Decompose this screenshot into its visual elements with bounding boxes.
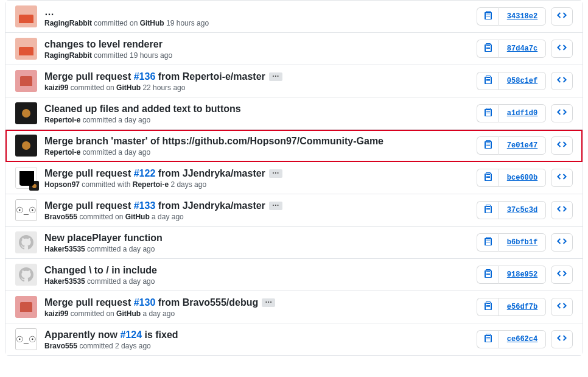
browse-repo-button[interactable] xyxy=(551,266,573,284)
avatar[interactable] xyxy=(15,328,37,350)
issue-link[interactable]: #136 xyxy=(134,71,156,82)
commit-sha-link[interactable]: 058c1ef xyxy=(499,72,546,90)
commit-sha-link[interactable]: 918e952 xyxy=(499,266,546,284)
author-link[interactable]: RagingRabbit xyxy=(44,51,92,60)
commit-sha-link[interactable]: e56df7b xyxy=(499,298,546,316)
issue-link[interactable]: #130 xyxy=(134,297,156,308)
author-link[interactable]: Repertoi-e xyxy=(44,116,80,124)
author-link[interactable]: Bravo555 xyxy=(44,213,77,221)
expand-message-button[interactable] xyxy=(269,202,282,210)
expand-message-button[interactable] xyxy=(269,72,282,81)
avatar[interactable] xyxy=(15,70,37,92)
commit-time: a day ago xyxy=(123,277,155,286)
clipboard-icon xyxy=(483,10,493,23)
avatar[interactable] xyxy=(15,199,37,221)
issue-link[interactable]: #122 xyxy=(134,168,156,178)
commit-sha-link[interactable]: 7e01e47 xyxy=(499,136,546,155)
commit-meta: kaizi99 committed on GitHub 22 hours ago xyxy=(44,83,477,92)
committer-avatar-badge xyxy=(29,181,39,191)
expand-message-button[interactable] xyxy=(269,169,282,178)
browse-repo-button[interactable] xyxy=(551,7,573,26)
commit-link[interactable]: Cleaned up files and added text to butto… xyxy=(44,104,241,115)
author-link[interactable]: kaizi99 xyxy=(44,309,68,318)
copy-sha-button[interactable] xyxy=(477,266,499,284)
clipboard-icon xyxy=(483,301,493,313)
commit-item: Cleaned up files and added text to butto… xyxy=(5,97,583,130)
commit-link[interactable]: Merge branch 'master' of https://github.… xyxy=(44,136,383,147)
meta-text: committed xyxy=(85,245,123,253)
commit-info: Merge branch 'master' of https://github.… xyxy=(44,135,477,157)
commit-link[interactable]: changes to level renderer xyxy=(44,39,163,50)
commit-sha-link[interactable]: 37c5c3d xyxy=(499,201,546,219)
commit-link[interactable]: Merge pull request #133 from JJendryka/m… xyxy=(44,200,265,211)
commit-link[interactable]: New placePlayer function xyxy=(44,233,163,244)
commit-actions: 918e952 xyxy=(477,266,573,284)
copy-sha-button[interactable] xyxy=(477,330,499,348)
code-icon xyxy=(557,204,567,216)
commit-link[interactable]: Merge pull request #130 from Bravo555/de… xyxy=(44,297,258,308)
browse-repo-button[interactable] xyxy=(551,201,573,219)
commit-link[interactable]: Changed \ to / in include xyxy=(44,265,157,276)
commit-sha-link[interactable]: 34318e2 xyxy=(499,7,546,26)
commit-sha-link[interactable]: bce600b xyxy=(499,169,546,187)
copy-sha-button[interactable] xyxy=(477,72,499,90)
commit-item: …RagingRabbit committed on GitHub 19 hou… xyxy=(5,1,583,33)
commit-info: Cleaned up files and added text to butto… xyxy=(44,102,477,124)
browse-repo-button[interactable] xyxy=(551,330,573,348)
copy-sha-button[interactable] xyxy=(477,298,499,316)
copy-sha-button[interactable] xyxy=(477,7,499,26)
author-link[interactable]: Hopson97 xyxy=(44,180,80,189)
commit-time: 19 hours ago xyxy=(164,19,209,27)
copy-sha-button[interactable] xyxy=(477,136,499,155)
browse-repo-button[interactable] xyxy=(551,169,573,187)
sha-button-group: e56df7b xyxy=(477,298,546,316)
commit-item: Merge branch 'master' of https://github.… xyxy=(5,130,583,162)
issue-link[interactable]: #124 xyxy=(120,329,142,340)
browse-repo-button[interactable] xyxy=(551,298,573,316)
clipboard-icon xyxy=(483,269,493,281)
browse-repo-button[interactable] xyxy=(551,40,573,58)
author-link[interactable]: RagingRabbit xyxy=(44,19,92,27)
commit-link[interactable]: … xyxy=(44,7,54,18)
copy-sha-button[interactable] xyxy=(477,40,499,58)
meta-text: committed on xyxy=(68,83,116,92)
commit-info: New placePlayer functionHaker53535 commi… xyxy=(44,231,477,253)
expand-message-button[interactable] xyxy=(262,298,275,307)
author-link[interactable]: Haker53535 xyxy=(44,245,85,253)
browse-repo-button[interactable] xyxy=(551,104,573,122)
avatar[interactable] xyxy=(15,296,37,318)
coauthor-link[interactable]: Repertoi-e xyxy=(133,180,169,189)
copy-sha-button[interactable] xyxy=(477,169,499,187)
issue-link[interactable]: #133 xyxy=(134,200,156,211)
title-post: is fixed xyxy=(142,329,178,340)
commit-sha-link[interactable]: b6bfb1f xyxy=(499,233,546,252)
meta-text: committed on xyxy=(68,309,116,318)
author-link[interactable]: Haker53535 xyxy=(44,277,85,286)
copy-sha-button[interactable] xyxy=(477,233,499,252)
avatar[interactable] xyxy=(15,5,37,27)
browse-repo-button[interactable] xyxy=(551,136,573,155)
avatar[interactable] xyxy=(15,38,37,60)
commit-sha-link[interactable]: a1df1d0 xyxy=(499,104,546,122)
avatar[interactable] xyxy=(15,167,37,189)
browse-repo-button[interactable] xyxy=(551,233,573,252)
avatar[interactable] xyxy=(15,102,37,124)
commit-link[interactable]: Apparently now #124 is fixed xyxy=(44,329,178,340)
avatar[interactable] xyxy=(15,135,37,157)
title-pre: Apparently now xyxy=(44,329,120,340)
commit-link[interactable]: Merge pull request #136 from Repertoi-e/… xyxy=(44,71,265,82)
commit-sha-link[interactable]: ce662c4 xyxy=(499,330,546,348)
author-link[interactable]: Bravo555 xyxy=(44,342,77,350)
code-icon xyxy=(557,107,567,119)
copy-sha-button[interactable] xyxy=(477,104,499,122)
sha-button-group: 7e01e47 xyxy=(477,136,546,155)
commit-link[interactable]: Merge pull request #122 from JJendryka/m… xyxy=(44,168,265,179)
copy-sha-button[interactable] xyxy=(477,201,499,219)
avatar[interactable] xyxy=(15,264,37,286)
avatar[interactable] xyxy=(15,231,37,253)
author-link[interactable]: kaizi99 xyxy=(44,83,68,92)
author-link[interactable]: Repertoi-e xyxy=(44,148,80,157)
commit-title: Merge pull request #136 from Repertoi-e/… xyxy=(44,71,477,82)
browse-repo-button[interactable] xyxy=(551,72,573,90)
commit-sha-link[interactable]: 87d4a7c xyxy=(499,40,546,58)
